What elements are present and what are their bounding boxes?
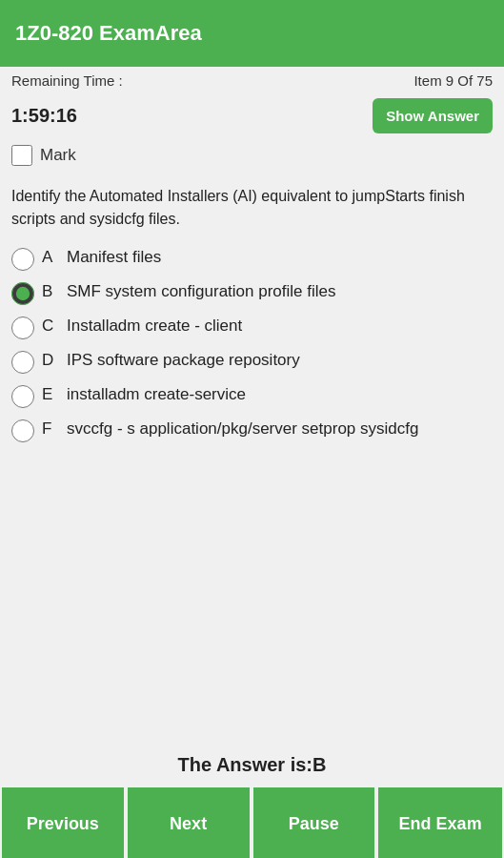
option-letter-a: A	[42, 248, 57, 267]
options-area: AManifest filesBSMF system configuration…	[0, 238, 504, 460]
remaining-label: Remaining Time :	[11, 72, 123, 89]
next-button[interactable]: Next	[128, 787, 250, 858]
option-radio-e[interactable]	[11, 385, 34, 408]
info-bar: Remaining Time : Item 9 Of 75	[0, 67, 504, 94]
option-text-b: SMF system configuration profile files	[67, 280, 336, 303]
answer-display: The Answer is:B	[0, 735, 504, 786]
mark-row: Mark	[0, 141, 504, 175]
option-text-d: IPS software package repository	[67, 349, 300, 372]
option-row: DIPS software package repository	[11, 349, 493, 374]
option-letter-c: C	[42, 317, 57, 336]
pause-button[interactable]: Pause	[253, 787, 375, 858]
option-radio-b[interactable]	[11, 282, 34, 305]
previous-button[interactable]: Previous	[2, 787, 124, 858]
option-letter-f: F	[42, 419, 57, 439]
item-counter: Item 9 Of 75	[413, 72, 493, 89]
mark-label[interactable]: Mark	[40, 146, 76, 165]
option-text-c: Installadm create - client	[67, 315, 242, 337]
end-exam-button[interactable]: End Exam	[378, 787, 502, 858]
app-title: 1Z0-820 ExamArea	[15, 21, 202, 46]
show-answer-button[interactable]: Show Answer	[373, 98, 493, 133]
bottom-nav: Previous Next Pause End Exam	[0, 786, 504, 858]
option-radio-f[interactable]	[11, 419, 34, 442]
option-radio-a[interactable]	[11, 248, 34, 271]
option-row: Einstalladm create-service	[11, 383, 493, 408]
timer-row: 1:59:16 Show Answer	[0, 94, 504, 141]
option-row: Fsvccfg - s application/pkg/server setpr…	[11, 418, 493, 442]
question-area: Identify the Automated Installers (AI) e…	[0, 175, 504, 238]
answer-text: The Answer is:B	[178, 754, 327, 775]
option-text-a: Manifest files	[67, 246, 161, 269]
option-radio-c[interactable]	[11, 317, 34, 339]
option-row: BSMF system configuration profile files	[11, 280, 493, 305]
mark-checkbox[interactable]	[11, 145, 32, 166]
option-radio-d[interactable]	[11, 351, 34, 374]
question-text: Identify the Automated Installers (AI) e…	[11, 185, 493, 231]
option-text-e: installadm create-service	[67, 383, 246, 406]
option-letter-e: E	[42, 385, 57, 404]
option-row: AManifest files	[11, 246, 493, 271]
option-row: CInstalladm create - client	[11, 315, 493, 339]
option-text-f: svccfg - s application/pkg/server setpro…	[67, 418, 418, 440]
option-letter-d: D	[42, 351, 57, 370]
option-letter-b: B	[42, 282, 57, 301]
header: 1Z0-820 ExamArea	[0, 0, 504, 67]
timer-display: 1:59:16	[11, 105, 77, 127]
